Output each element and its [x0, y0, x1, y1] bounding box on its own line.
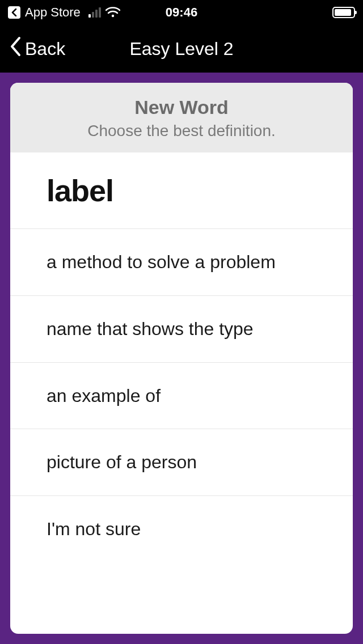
- svg-point-0: [112, 15, 114, 17]
- back-label: Back: [25, 39, 65, 60]
- nav-bar: Back Easy Level 2: [0, 25, 363, 73]
- nav-title: Easy Level 2: [129, 39, 233, 60]
- card-header-title: New Word: [22, 96, 341, 118]
- word-text: label: [47, 173, 316, 208]
- content-wrapper: New Word Choose the best definition. lab…: [0, 73, 363, 644]
- app-store-label[interactable]: App Store: [25, 5, 81, 20]
- option-text: name that shows the type: [47, 316, 316, 342]
- option-row[interactable]: name that shows the type: [10, 296, 353, 363]
- option-row[interactable]: an example of: [10, 363, 353, 430]
- battery-icon: [332, 7, 355, 18]
- back-button[interactable]: Back: [9, 36, 65, 62]
- app-store-back-icon[interactable]: [8, 6, 20, 19]
- option-row[interactable]: a method to solve a problem: [10, 229, 353, 296]
- card-header: New Word Choose the best definition.: [10, 83, 353, 152]
- option-row[interactable]: picture of a person: [10, 429, 353, 496]
- cellular-signal-icon: [88, 7, 101, 18]
- option-text: a method to solve a problem: [47, 249, 316, 275]
- status-right: [332, 7, 355, 18]
- question-card: New Word Choose the best definition. lab…: [10, 83, 353, 634]
- option-text: picture of a person: [47, 450, 316, 475]
- chevron-left-icon: [9, 36, 22, 62]
- status-bar: App Store 09:46: [0, 0, 363, 25]
- option-text: an example of: [47, 383, 316, 409]
- option-row[interactable]: I'm not sure: [10, 496, 353, 562]
- wifi-icon: [105, 7, 120, 18]
- status-time: 09:46: [166, 5, 197, 20]
- card-header-subtitle: Choose the best definition.: [22, 122, 341, 140]
- word-row: label: [10, 152, 353, 229]
- option-text: I'm not sure: [47, 516, 316, 542]
